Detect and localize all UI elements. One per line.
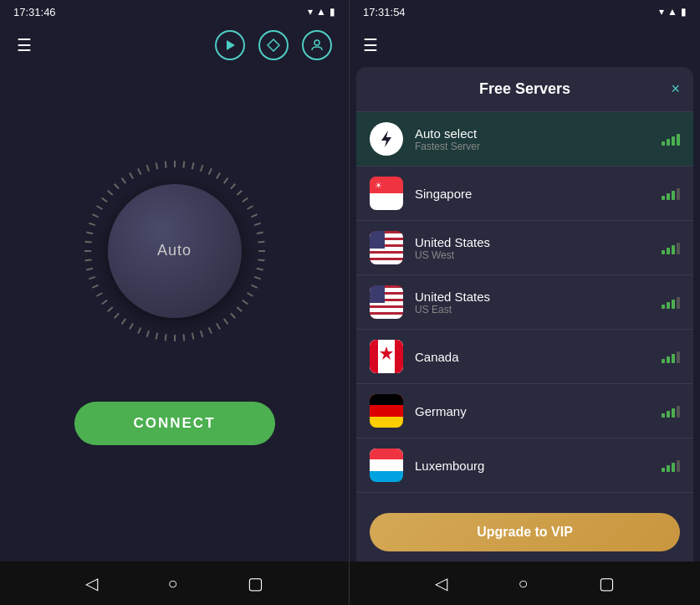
server-item-lu[interactable]: Luxembourg [356, 438, 693, 493]
svg-line-12 [223, 318, 227, 323]
server-item-us-west[interactable]: United States US West [356, 221, 693, 275]
svg-line-36 [89, 223, 95, 224]
svg-line-16 [192, 332, 193, 339]
svg-rect-87 [370, 449, 403, 459]
user-button[interactable] [302, 30, 332, 60]
hamburger-menu-right[interactable]: ☰ [363, 35, 378, 55]
ca-signal [662, 350, 680, 363]
status-bar-right: 17:31:54 ▾ ▲ ▮ [350, 0, 700, 23]
panel-title: Free Servers [479, 80, 570, 98]
svg-line-29 [92, 285, 98, 287]
sg-info: Singapore [415, 187, 650, 201]
svg-line-5 [256, 268, 263, 269]
nav-icons-left [215, 30, 332, 60]
svg-line-32 [84, 259, 91, 260]
lu-signal [662, 459, 680, 472]
svg-line-24 [121, 318, 125, 323]
svg-rect-79 [370, 340, 378, 373]
sg-signal [662, 187, 680, 200]
luxembourg-flag-icon [370, 449, 403, 482]
play-button[interactable] [215, 30, 245, 60]
svg-marker-63 [381, 131, 391, 147]
vip-section: Upgrade to VIP [356, 503, 693, 561]
svg-rect-69 [370, 260, 403, 264]
svg-line-8 [247, 293, 253, 296]
server-item-sg[interactable]: ☀ Singapore [356, 167, 693, 221]
play-icon [223, 38, 237, 52]
main-content: Auto CONNECT [0, 67, 349, 561]
us-east-sub: US East [415, 304, 650, 315]
svg-line-40 [107, 190, 112, 194]
us-flag-east-icon [370, 285, 403, 319]
signal-bar-2 [667, 139, 670, 146]
svg-point-2 [314, 40, 319, 45]
server-item-us-east[interactable]: United States US East [356, 275, 693, 330]
svg-line-54 [223, 177, 227, 182]
diamond-button[interactable] [258, 30, 289, 60]
dial-ring: Auto [74, 151, 275, 351]
bottom-nav-right: ◁ ○ ▢ [350, 561, 700, 605]
time-right: 17:31:54 [363, 6, 406, 18]
home-icon-left[interactable]: ○ [167, 574, 177, 593]
svg-line-35 [86, 232, 93, 233]
svg-line-15 [200, 331, 202, 337]
svg-line-56 [237, 190, 242, 194]
battery-icon: ▮ [330, 6, 335, 18]
svg-line-37 [92, 214, 98, 217]
sg-name: Singapore [415, 187, 650, 201]
panel-header: Free Servers × [356, 67, 693, 112]
svg-line-42 [121, 177, 125, 182]
svg-line-9 [242, 300, 247, 304]
svg-line-51 [200, 165, 202, 172]
flag-us-west [370, 231, 403, 264]
server-item-de[interactable]: Germany [356, 384, 693, 438]
canada-flag-icon [370, 340, 403, 373]
phone-right: 17:31:54 ▾ ▲ ▮ ☰ Free Servers × [350, 0, 700, 605]
hamburger-menu-left[interactable]: ☰ [17, 35, 32, 55]
svg-line-11 [230, 313, 234, 318]
square-icon-left[interactable]: ▢ [248, 573, 263, 593]
vpn-dial[interactable]: Auto [74, 151, 275, 351]
back-icon-left[interactable]: ◁ [85, 573, 98, 593]
wifi-icon-right: ▾ [659, 6, 664, 18]
square-icon-right[interactable]: ▢ [599, 573, 615, 593]
signal-icon: ▲ [316, 6, 326, 18]
germany-flag-icon [370, 394, 403, 428]
svg-marker-1 [268, 39, 279, 51]
us-east-signal [662, 295, 680, 309]
svg-line-34 [84, 241, 91, 242]
phone-left: 17:31:46 ▾ ▲ ▮ ☰ [0, 0, 350, 605]
svg-line-60 [254, 223, 261, 224]
svg-line-19 [165, 334, 166, 341]
de-info: Germany [415, 404, 650, 418]
svg-line-26 [107, 306, 112, 310]
svg-line-27 [101, 300, 106, 304]
svg-line-43 [130, 172, 133, 178]
svg-rect-75 [370, 308, 403, 312]
vip-button[interactable]: Upgrade to VIP [370, 513, 680, 551]
svg-line-55 [230, 183, 234, 188]
back-icon-right[interactable]: ◁ [435, 573, 447, 593]
svg-line-52 [208, 168, 211, 174]
close-button[interactable]: × [671, 80, 680, 98]
server-item-auto[interactable]: Auto select Fastest Server [356, 112, 693, 167]
auto-info: Auto select Fastest Server [415, 126, 650, 152]
svg-line-61 [256, 232, 263, 233]
status-bar-left: 17:31:46 ▾ ▲ ▮ [0, 0, 349, 23]
svg-rect-70 [370, 231, 385, 249]
dial-center: Auto [108, 184, 242, 318]
status-icons-right: ▾ ▲ ▮ [659, 6, 687, 18]
us-west-info: United States US West [415, 235, 650, 261]
connect-button[interactable]: CONNECT [74, 402, 275, 445]
server-item-ca[interactable]: Canada [356, 330, 693, 384]
svg-line-17 [183, 334, 184, 341]
svg-line-57 [242, 197, 247, 202]
home-icon-right[interactable]: ○ [518, 574, 528, 593]
svg-rect-80 [395, 340, 403, 373]
flag-ca [370, 340, 403, 373]
us-east-name: United States [415, 290, 650, 304]
flag-sg: ☀ [370, 177, 403, 210]
svg-line-21 [146, 331, 148, 337]
server-panel: Free Servers × Auto select Fastest Serve… [356, 67, 693, 561]
svg-line-47 [165, 161, 166, 167]
